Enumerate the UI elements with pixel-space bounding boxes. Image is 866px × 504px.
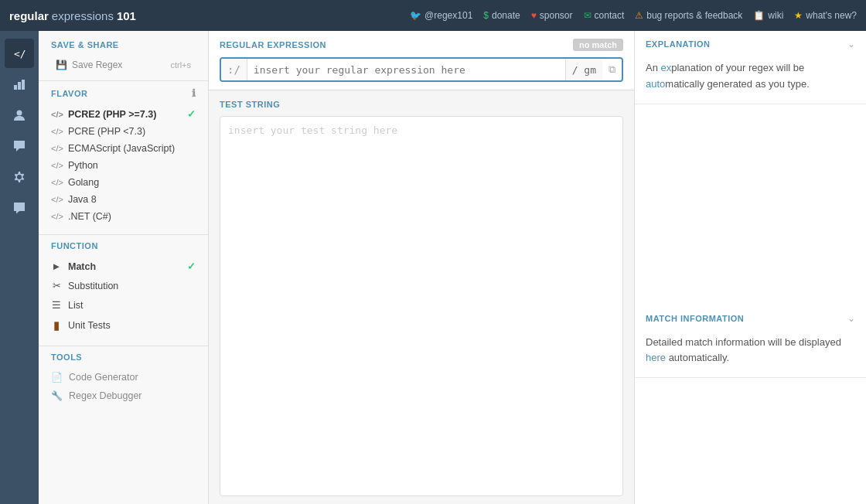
regex-section: REGULAR EXPRESSION no match :/ / gm ⧉ <box>209 31 634 90</box>
left-panel: SAVE & SHARE 💾 Save Regex ctrl+s FLAVOR … <box>39 31 209 504</box>
tool-item-regex-debugger[interactable]: 🔧 Regex Debugger <box>39 387 208 405</box>
test-section-header: TEST STRING <box>220 98 623 110</box>
icon-sidebar: </> <box>0 31 39 504</box>
function-item-unit-tests[interactable]: ▮ Unit Tests <box>39 315 208 336</box>
nav-sponsor[interactable]: ♥ sponsor <box>531 10 573 21</box>
function-title: FUNCTION <box>39 241 208 257</box>
explanation-header[interactable]: EXPLANATION ⌄ <box>635 31 866 57</box>
function-label-substitution: Substitution <box>68 281 118 291</box>
svg-text:</>: </> <box>14 48 26 60</box>
nav-whatsnew[interactable]: ★ what's new? <box>794 10 857 21</box>
match-func-icon: ► <box>51 261 62 272</box>
explanation-chevron-icon: ⌄ <box>847 39 855 49</box>
regex-flags[interactable]: / gm <box>565 60 602 80</box>
logo-regular: regular <box>9 9 49 22</box>
save-share-title: SAVE & SHARE <box>39 40 208 56</box>
explanation-section: EXPLANATION ⌄ An explanation of your reg… <box>635 31 866 104</box>
match-info-chevron-icon: ⌄ <box>847 313 855 324</box>
match-info-here-link[interactable]: here <box>646 352 666 363</box>
flavor-label-java8: Java 8 <box>68 194 97 205</box>
function-item-substitution[interactable]: ✂ Substitution <box>39 276 208 295</box>
function-item-list[interactable]: ☰ List <box>39 295 208 315</box>
flavor-item-golang[interactable]: </> Golang <box>39 174 208 191</box>
substitution-func-icon: ✂ <box>51 280 62 291</box>
sidebar-icon-user[interactable] <box>5 100 34 130</box>
save-label: Save Regex <box>72 60 122 70</box>
flavor-label-dotnet: .NET (C#) <box>68 211 111 222</box>
flavor-label-pcre: PCRE (PHP <7.3) <box>68 126 145 137</box>
dollar-icon: $ <box>483 10 489 21</box>
test-section-label: TEST STRING <box>220 100 280 109</box>
flavor-code-icon-golang: </> <box>51 178 63 187</box>
explanation-body: An explanation of your regex will be aut… <box>635 57 866 104</box>
flavor-item-pcre[interactable]: </> PCRE (PHP <7.3) <box>39 123 208 140</box>
logo: regular expressions 101 <box>9 9 136 22</box>
check-icon-match: ✓ <box>187 261 196 272</box>
nav-bug[interactable]: ⚠ bug reports & feedback <box>635 10 742 21</box>
divider-flavor <box>39 80 208 81</box>
explanation-highlight-2: auto <box>646 78 665 90</box>
explanation-title: EXPLANATION <box>646 39 711 49</box>
flavor-item-ecma[interactable]: </> ECMAScript (JavaScript) <box>39 140 208 157</box>
save-shortcut: ctrl+s <box>170 60 191 70</box>
flavor-code-icon-python: </> <box>51 161 63 170</box>
function-item-match[interactable]: ► Match ✓ <box>39 257 208 276</box>
function-label-match: Match <box>68 261 96 272</box>
flavor-code-icon-pcre: </> <box>51 127 63 136</box>
sidebar-icon-chart[interactable] <box>5 70 34 99</box>
flavor-label-pcre2: PCRE2 (PHP >=7.3) <box>68 109 156 120</box>
mail-icon: ✉ <box>584 10 592 21</box>
flavor-label-ecma: ECMAScript (JavaScript) <box>68 143 175 154</box>
nav-wiki[interactable]: 📋 wiki <box>753 10 783 21</box>
svg-rect-1 <box>14 85 17 90</box>
flavor-item-dotnet[interactable]: </> .NET (C#) <box>39 208 208 225</box>
copy-regex-button[interactable]: ⧉ <box>602 59 622 80</box>
sidebar-icon-code[interactable]: </> <box>5 39 34 68</box>
sidebar-icon-chat[interactable] <box>5 131 34 161</box>
flavor-info-icon[interactable]: ℹ <box>192 87 196 99</box>
flavor-item-python[interactable]: </> Python <box>39 157 208 174</box>
sidebar-icon-comment[interactable] <box>5 193 34 223</box>
regex-input[interactable] <box>247 60 565 80</box>
check-icon-pcre2: ✓ <box>187 108 196 120</box>
main-layout: </> <box>0 31 866 504</box>
flavor-item-pcre2[interactable]: </> PCRE2 (PHP >=7.3) ✓ <box>39 105 208 123</box>
tool-label-code-generator: Code Generator <box>69 372 138 383</box>
heart-icon: ♥ <box>531 10 537 21</box>
test-section: TEST STRING <box>209 90 634 504</box>
flavor-title: FLAVOR ℹ <box>39 87 208 105</box>
match-info-header[interactable]: MATCH INFORMATION ⌄ <box>635 305 866 332</box>
logo-expressions: expressions <box>52 9 114 22</box>
topnav-links: 🐦 @regex101 $ donate ♥ sponsor ✉ contact… <box>410 10 857 21</box>
twitter-icon: 🐦 <box>410 10 421 21</box>
flavor-label-python: Python <box>68 160 98 171</box>
no-match-badge: no match <box>573 39 623 51</box>
tool-item-code-generator[interactable]: 📄 Code Generator <box>39 368 208 387</box>
flavor-list: </> PCRE2 (PHP >=7.3) ✓ </> PCRE (PHP <7… <box>39 105 208 231</box>
regex-section-label: REGULAR EXPRESSION <box>220 40 326 49</box>
save-regex-button[interactable]: 💾 Save Regex ctrl+s <box>43 56 203 74</box>
nav-twitter-label: @regex101 <box>424 10 472 21</box>
flavor-code-icon-ecma: </> <box>51 144 63 153</box>
svg-rect-2 <box>18 82 21 90</box>
flavor-item-java8[interactable]: </> Java 8 <box>39 191 208 208</box>
match-info-text: Detailed match information will be displ… <box>646 336 841 364</box>
function-list: ► Match ✓ ✂ Substitution ☰ List ▮ Unit T… <box>39 257 208 342</box>
tools-title: TOOLS <box>39 352 208 368</box>
list-func-icon: ☰ <box>51 299 62 311</box>
match-info-body: Detailed match information will be displ… <box>635 332 866 378</box>
function-label-unit-tests: Unit Tests <box>68 320 111 331</box>
sidebar-icon-gear[interactable] <box>5 162 34 192</box>
flavor-code-icon-java8: </> <box>51 195 63 204</box>
unit-test-func-icon: ▮ <box>51 318 62 332</box>
right-panel: EXPLANATION ⌄ An explanation of your reg… <box>634 31 866 504</box>
regex-input-row: :/ / gm ⧉ <box>220 57 623 82</box>
nav-contact[interactable]: ✉ contact <box>584 10 625 21</box>
test-string-input[interactable] <box>220 116 623 496</box>
nav-donate[interactable]: $ donate <box>483 10 520 21</box>
nav-twitter[interactable]: 🐦 @regex101 <box>410 10 472 21</box>
svg-rect-3 <box>22 80 25 90</box>
nav-whatsnew-label: what's new? <box>806 10 857 21</box>
tool-label-regex-debugger: Regex Debugger <box>69 390 142 401</box>
regex-header: REGULAR EXPRESSION no match <box>220 39 623 51</box>
